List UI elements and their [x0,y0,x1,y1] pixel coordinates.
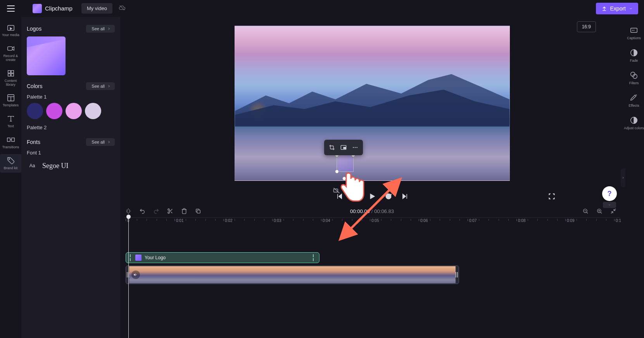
rail-label: Brand kit [4,166,18,170]
clip-handle-right[interactable] [313,254,315,261]
svg-rect-46 [457,272,458,277]
pip-button[interactable] [338,142,349,153]
more-button[interactable] [350,142,361,153]
rail-content-library[interactable]: Content library [0,67,21,89]
undo-button[interactable] [138,207,147,215]
section-fonts-title: Fonts [27,139,40,145]
svg-point-16 [355,147,356,148]
rotate-handle[interactable] [342,177,346,180]
filters-button[interactable]: Filters [629,68,639,88]
color-swatch[interactable] [66,103,82,119]
clip-handle-left[interactable] [126,266,130,284]
duration-time: 00:06.83 [374,208,394,214]
help-expand-button[interactable] [603,202,616,208]
playback-controls [120,188,624,205]
rail-your-media[interactable]: Your media [0,21,21,40]
undo-icon [139,208,145,214]
video-canvas[interactable] [235,26,510,181]
svg-rect-5 [8,74,10,76]
svg-point-15 [353,147,354,148]
duplicate-button[interactable] [194,207,202,215]
svg-rect-2 [7,47,12,50]
adjust-colors-button[interactable]: Adjust colors [624,113,644,133]
clip-thumbnail-icon [135,255,142,261]
rail-text[interactable]: Text [0,112,21,131]
menu-icon[interactable] [4,2,18,16]
clip-label: Your Logo [145,255,166,260]
timeline-ruler[interactable]: 00:010:020:030:040:050:060:070:080:090:1 [124,217,620,227]
clip-handle-right[interactable] [455,266,459,284]
delete-button[interactable] [180,207,188,215]
svg-rect-4 [11,70,13,73]
crop-button[interactable] [326,142,337,153]
see-all-colors-button[interactable]: See all [86,82,115,90]
rail-brand-kit[interactable]: Brand kit [0,154,21,173]
skip-forward-icon [401,193,408,200]
rail-record-create[interactable]: Record & create [0,42,21,64]
section-colors-title: Colors [27,83,42,89]
collapse-rightrail-button[interactable] [621,168,625,187]
playhead[interactable] [128,217,129,338]
cloud-sync-icon[interactable] [119,4,126,13]
svg-line-32 [169,210,170,211]
fullscreen-icon [548,193,555,200]
mute-icon[interactable] [131,270,140,279]
fade-button[interactable]: Fade [630,45,638,66]
svg-point-28 [168,209,169,210]
svg-line-41 [614,209,616,211]
clip-handle-left[interactable] [130,254,132,261]
chevron-right-icon [107,84,111,88]
main-area: Your media Record & create Content libra… [0,17,644,338]
zoom-in-button[interactable] [595,207,604,215]
brand[interactable]: Clipchamp [33,4,73,13]
effects-button[interactable]: Effects [628,90,639,111]
zoom-in-icon [596,208,603,214]
logo-thumbnail[interactable] [27,36,66,75]
selection-box[interactable] [337,155,354,172]
video-title-input[interactable]: My video [81,3,112,14]
step-back-button[interactable] [350,190,362,203]
font-name-label: Segoe UI [42,162,68,170]
export-button[interactable]: Export [596,3,638,14]
svg-line-31 [171,212,173,213]
font-row[interactable]: Aa Segoe UI [27,159,115,173]
fullscreen-button[interactable] [546,190,558,203]
svg-rect-43 [127,272,128,277]
logo-track-clip[interactable]: Your Logo [126,252,319,263]
captions-button[interactable]: Captions [627,23,641,43]
aspect-ratio-selector[interactable]: 16:9 [577,21,596,32]
zoom-out-button[interactable] [581,207,590,215]
video-track-clip[interactable] [126,265,459,284]
rewind-icon [352,193,359,200]
ruler-mark: 0:09 [567,218,574,223]
ruler-mark: 0:06 [420,218,428,223]
see-all-logos-button[interactable]: See all [86,25,115,33]
timeline-tracks[interactable]: Your Logo [120,227,624,338]
play-button[interactable] [366,190,378,203]
resize-handle-sw[interactable] [335,170,339,173]
rail-label: Text [7,125,14,128]
see-all-fonts-button[interactable]: See all [86,138,115,146]
color-swatch[interactable] [27,103,43,119]
rail-label: Transitions [2,146,19,149]
step-forward-button[interactable] [382,190,395,203]
chevron-right-icon [107,27,111,31]
split-button[interactable] [166,207,174,215]
floating-toolbar [324,140,363,155]
skip-forward-button[interactable] [399,190,411,203]
contrast-icon [630,116,638,125]
fit-timeline-button[interactable] [609,207,618,215]
fade-icon [630,49,638,57]
rail-transitions[interactable]: Transitions [0,133,21,152]
svg-rect-45 [456,272,456,277]
magic-button[interactable] [124,207,133,215]
help-button[interactable]: ? [602,186,617,201]
detach-icon[interactable] [333,187,340,196]
color-swatch[interactable] [85,103,101,119]
clapperboard-icon [33,4,42,13]
color-swatch[interactable] [46,103,62,119]
redo-button[interactable] [152,207,161,215]
preview-area: 16:9 [120,17,624,199]
section-logos-title: Logos [27,26,41,32]
rail-templates[interactable]: Templates [0,91,21,110]
